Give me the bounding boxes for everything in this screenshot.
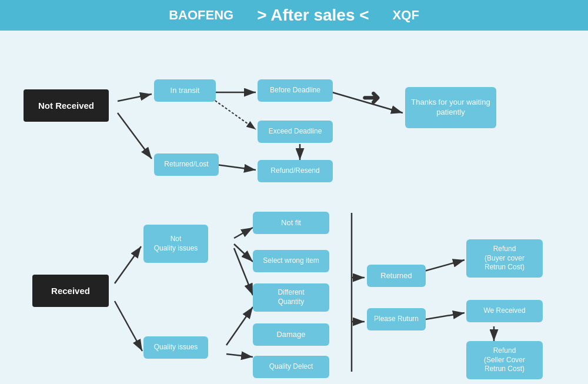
quality-issues-box: Quality issues — [143, 336, 208, 359]
svg-line-3 — [118, 113, 152, 159]
svg-line-11 — [234, 228, 253, 238]
select-wrong-box: Select wrong item — [253, 250, 329, 272]
refund-buyer-box: Refund (Buyer cover Retrun Cost) — [466, 239, 543, 278]
not-fit-box: Not fit — [253, 212, 329, 234]
refund-seller-box: Refund (Seller Cover Retrun Cost) — [466, 341, 543, 379]
svg-line-12 — [234, 244, 253, 262]
not-quality-box: Not Quality issues — [143, 225, 208, 263]
please-return-box: Please Ruturn — [367, 308, 426, 330]
damage-box: Damage — [253, 323, 329, 346]
returned-box: Returned — [367, 265, 426, 287]
exceed-deadline-box: Exceed Deadline — [258, 121, 333, 143]
svg-line-14 — [226, 307, 253, 345]
brand-left: BAOFENG — [169, 8, 233, 23]
refund-resend-box: Refund/Resend — [258, 160, 333, 182]
thanks-box: Thanks for your waiting patiently — [405, 87, 496, 128]
quality-defect-box: Quality Delect — [253, 356, 329, 378]
main-content: Not Received In transit Returned/Lost Be… — [0, 31, 588, 384]
header-title: > After sales < — [257, 6, 369, 25]
large-arrow: ➜ — [362, 85, 380, 111]
diff-quantity-box: Different Quantity — [253, 283, 329, 312]
svg-line-9 — [115, 246, 141, 283]
brand-right: XQF — [393, 8, 419, 23]
svg-line-15 — [226, 354, 253, 357]
svg-line-10 — [115, 301, 142, 351]
we-received-box: We Received — [466, 300, 543, 322]
svg-line-13 — [234, 248, 253, 295]
svg-line-5 — [212, 98, 256, 129]
returned-lost-box: Returned/Lost — [154, 153, 219, 176]
svg-line-8 — [216, 165, 256, 170]
in-transit-box: In transit — [154, 79, 216, 102]
svg-line-2 — [118, 94, 152, 101]
header: BAOFENG > After sales < XQF — [0, 0, 588, 31]
not-received-box: Not Received — [24, 89, 109, 122]
received-box: Received — [32, 275, 109, 307]
before-deadline-box: Before Deadline — [258, 79, 333, 102]
